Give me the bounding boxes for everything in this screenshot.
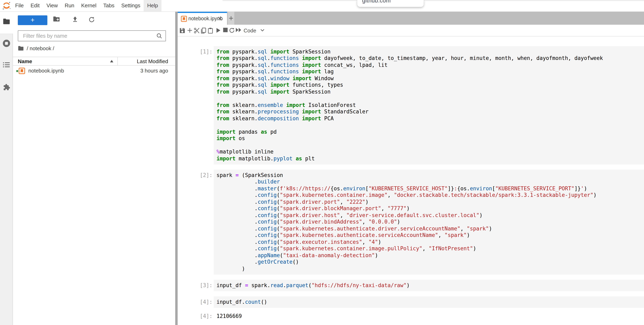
menu-items: FileEditViewRunKernelTabsSettingsHelp (12, 0, 162, 11)
panel-resize-handle[interactable] (175, 12, 178, 325)
jupyter-logo-icon (2, 1, 11, 10)
new-launcher-button[interactable]: + (18, 16, 47, 25)
running-sessions-tab[interactable] (0, 39, 13, 47)
code-line: from pyspark.sql.functions import dayofw… (216, 55, 644, 62)
column-divider[interactable] (117, 57, 118, 66)
menu-item-edit[interactable]: Edit (27, 0, 43, 11)
code-line: from pyspark.sql import SparkSession (216, 48, 644, 55)
code-line: input_df = spark.read.parquet("hdfs://hd… (216, 282, 644, 289)
menu-item-kernel[interactable]: Kernel (78, 0, 100, 11)
code-line: %matplotlib inline (216, 149, 644, 155)
code-line: from pyspark.sql.functions import concat… (216, 62, 644, 69)
new-folder-icon (53, 16, 60, 22)
code-line: .config("spark.executor.instances", "4") (216, 239, 644, 245)
save-button[interactable] (179, 28, 185, 34)
file-last-modified: 3 hours ago (140, 66, 168, 76)
breadcrumb-path: / notebook / (27, 45, 54, 51)
main-dock-panel: notebook.ipynb (178, 12, 644, 325)
stop-icon (223, 28, 228, 32)
menu-item-settings[interactable]: Settings (118, 0, 144, 11)
restart-and-run-all-button[interactable] (236, 28, 242, 32)
fast-forward-icon (236, 28, 242, 32)
cell-editor[interactable]: input_df.count() (214, 296, 644, 307)
cell-editor[interactable]: spark = (SparkSession .builder .master(f… (214, 170, 644, 274)
folder-icon (3, 18, 10, 24)
paste-icon (208, 28, 213, 34)
run-cell-button[interactable] (216, 28, 221, 33)
table-of-contents-tab[interactable] (0, 62, 13, 68)
filter-files-input[interactable] (22, 32, 156, 39)
save-icon (179, 28, 185, 34)
restart-kernel-button[interactable] (229, 28, 235, 33)
menu-item-tabs[interactable]: Tabs (100, 0, 118, 11)
cell-editor[interactable]: input_df = spark.read.parquet("hdfs://hd… (214, 280, 644, 291)
refresh-button[interactable] (88, 17, 94, 24)
puzzle-icon (3, 83, 10, 91)
cell-output-prompt: [4]: (178, 313, 212, 320)
new-launcher-label: + (30, 16, 34, 24)
run-icon (216, 28, 221, 33)
close-tab-icon[interactable] (217, 16, 222, 21)
file-name: notebook.ipynb (28, 66, 64, 76)
code-line: .config("spark.kubernetes.authenticate.s… (216, 232, 644, 239)
restart-icon (229, 28, 235, 33)
menu-item-run[interactable]: Run (61, 0, 78, 11)
file-row[interactable]: notebook.ipynb 3 hours ago (13, 66, 175, 76)
breadcrumb[interactable]: / notebook / (18, 44, 54, 53)
code-line (216, 95, 644, 102)
new-tab-button[interactable] (228, 12, 234, 25)
browser-popup: github.com (357, 0, 424, 7)
code-line: ) (216, 265, 644, 272)
code-line: from pyspark.sql import SparkSession (216, 89, 644, 95)
upload-icon (72, 16, 78, 22)
tab-notebook[interactable]: notebook.ipynb (178, 12, 227, 25)
column-header-last-modified[interactable]: Last Modified (137, 57, 168, 66)
code-line: from pyspark.sql.functions import lag (216, 69, 644, 75)
copy-cell-button[interactable] (200, 28, 206, 34)
code-line (216, 142, 644, 149)
column-header-name[interactable]: Name (18, 57, 32, 66)
file-browser-tab[interactable] (0, 18, 13, 24)
code-line: input_df.count() (216, 299, 644, 305)
add-cell-icon (187, 28, 192, 33)
code-line: .appName("taxi-data-anomaly-detection") (216, 252, 644, 259)
code-line: .config("spark.kubernetes.authenticate.d… (216, 225, 644, 232)
folder-icon (18, 46, 24, 51)
refresh-icon (88, 17, 94, 23)
menu-item-view[interactable]: View (43, 0, 61, 11)
file-browser-panel: + (13, 12, 175, 325)
cell-editor[interactable]: from pyspark.sql import SparkSessionfrom… (214, 46, 644, 164)
extension-manager-tab[interactable] (0, 83, 13, 91)
running-kernel-dot (16, 70, 18, 72)
interrupt-kernel-button[interactable] (223, 28, 228, 32)
code-cell-3: [3]:input_df = spark.read.parquet("hdfs:… (178, 280, 644, 291)
menu-item-file[interactable]: File (12, 0, 27, 11)
cell-type-dropdown[interactable]: Code (244, 25, 256, 36)
top-hairline (222, 1, 644, 1)
code-line: .getOrCreate() (216, 259, 644, 265)
search-icon (156, 33, 162, 39)
cell-output-text: 12106669 (214, 313, 644, 320)
code-line: import pandas as pd (216, 129, 644, 135)
code-line: .config("spark.driver.blockManager.port"… (216, 205, 644, 212)
new-folder-button[interactable] (53, 16, 60, 24)
menu-bar: FileEditViewRunKernelTabsSettingsHelp (0, 0, 644, 12)
sort-ascending-icon (110, 60, 113, 62)
cut-cell-button[interactable] (194, 28, 200, 34)
add-cell-button[interactable] (187, 28, 192, 33)
notebook-scroll-area[interactable]: [1]:from pyspark.sql import SparkSession… (178, 37, 644, 325)
code-line: import os (216, 135, 644, 142)
menu-item-help[interactable]: Help (144, 0, 162, 11)
paste-cell-button[interactable] (208, 28, 213, 34)
jupyterlab-window: FileEditViewRunKernelTabsSettingsHelp gi… (0, 0, 644, 325)
cut-icon (194, 28, 200, 34)
filter-box (18, 30, 166, 41)
code-line: import matplotlib.pyplot as plt (216, 155, 644, 162)
notebook-toolbar: Code (178, 25, 644, 37)
code-line: from sklearn.decomposition import PCA (216, 115, 644, 122)
tab-bar: notebook.ipynb (178, 12, 644, 25)
table-of-contents-icon (3, 62, 10, 68)
code-line: .builder (216, 179, 644, 185)
upload-button[interactable] (72, 16, 78, 24)
chevron-down-icon[interactable] (260, 29, 264, 32)
